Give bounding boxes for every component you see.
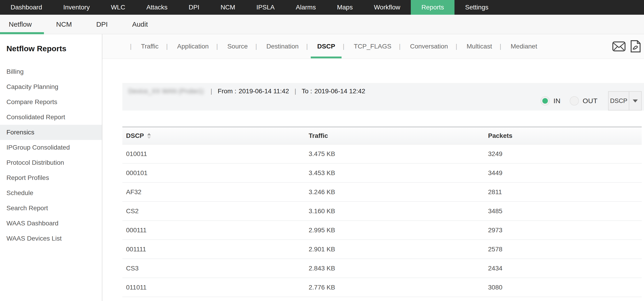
top-nav-item[interactable]: Reports: [411, 0, 454, 15]
cell-traffic: 2.995 KB: [309, 227, 488, 234]
filter-strip: Device_XX WAN (Probe1) | From : 2019-06-…: [122, 83, 644, 110]
module-tab[interactable]: NCM: [56, 15, 72, 34]
sort-asc-arrow: [147, 133, 151, 135]
table-row: 000111 2.995 KB 2973: [122, 221, 642, 240]
top-nav-item[interactable]: WLC: [100, 0, 136, 15]
report-tab[interactable]: Source: [208, 43, 248, 50]
cell-traffic: 3.246 KB: [309, 188, 488, 196]
from-label: From :: [218, 87, 236, 95]
report-tab[interactable]: DSCP: [298, 43, 335, 50]
sidebar-item[interactable]: Capacity Planning: [0, 79, 102, 94]
report-tab-label: Multicast: [467, 43, 492, 50]
radio-dot: [542, 98, 548, 104]
sidebar-items: Billing Capacity Planning Compare Report…: [0, 64, 102, 246]
dscp-table: DSCP Traffic Packets 010011 3.475: [122, 127, 642, 297]
table-row: 001111 2.901 KB 2578: [122, 240, 642, 259]
report-tab-label: TCP_FLAGS: [354, 43, 391, 50]
chevron-down-icon: [633, 99, 638, 102]
top-nav-item[interactable]: Inventory: [53, 0, 100, 15]
sidebar-item[interactable]: WAAS Dashboard: [0, 216, 102, 231]
sidebar-item[interactable]: Forensics: [0, 125, 102, 140]
sidebar-item[interactable]: Report Profiles: [0, 170, 102, 185]
report-type-dropdown[interactable]: DSCP: [608, 91, 642, 110]
sidebar-item[interactable]: Compare Reports: [0, 94, 102, 110]
cell-dscp: 000111: [122, 227, 309, 234]
dropdown-arrow-box: [629, 92, 641, 110]
to-datetime-value: 2019-06-14 12:42: [314, 87, 365, 95]
sort-desc-arrow: [147, 136, 151, 139]
direction-radio[interactable]: IN: [540, 96, 570, 105]
separator: |: [210, 87, 212, 95]
pdf-file-icon: [630, 40, 641, 53]
module-tab[interactable]: DPI: [96, 15, 108, 34]
top-nav-item[interactable]: Dashboard: [0, 0, 53, 15]
cell-packets: 2811: [488, 188, 642, 196]
report-tab[interactable]: Medianet: [492, 43, 537, 50]
report-tab-label: Destination: [266, 43, 298, 50]
sidebar-item[interactable]: Consolidated Report: [0, 110, 102, 125]
direction-radio[interactable]: OUT: [570, 96, 607, 105]
top-nav-item[interactable]: DPI: [178, 0, 210, 15]
report-tabs-strip: Traffic Application Source Destination: [102, 34, 644, 59]
from-datetime-value: 2019-06-14 11:42: [238, 87, 289, 95]
top-nav: Dashboard Inventory WLC Attacks DPI NCM …: [0, 0, 644, 15]
report-tabs: Traffic Application Source Destination: [122, 43, 537, 50]
table-row: CS3 2.843 KB 2434: [122, 259, 642, 278]
direction-radio-group: IN OUT: [540, 96, 607, 105]
report-tab[interactable]: Traffic: [122, 43, 158, 50]
separator: |: [294, 87, 296, 95]
module-tab-bar: Netflow NCM DPI Audit: [0, 15, 644, 34]
table-body: 010011 3.475 KB 3249 000101 3.453 KB 344…: [122, 145, 642, 297]
top-nav-item[interactable]: Attacks: [136, 0, 178, 15]
envelope-icon: [612, 41, 626, 51]
cell-packets: 2973: [488, 227, 642, 234]
sidebar-item[interactable]: Search Report: [0, 201, 102, 216]
cell-traffic: 3.453 KB: [309, 169, 488, 177]
top-nav-item[interactable]: Maps: [326, 0, 363, 15]
report-tab-label: Application: [177, 43, 208, 50]
report-tab[interactable]: Conversation: [392, 43, 448, 50]
table-header-row: DSCP Traffic Packets: [122, 127, 642, 145]
cell-traffic: 2.843 KB: [309, 265, 488, 272]
sidebar-item[interactable]: Billing: [0, 64, 102, 79]
top-nav-item[interactable]: IPSLA: [246, 0, 285, 15]
report-tab-label: Conversation: [410, 43, 448, 50]
module-tab[interactable]: Audit: [132, 15, 148, 34]
table-row: AF32 3.246 KB 2811: [122, 183, 642, 202]
to-label: To :: [302, 87, 312, 95]
radio-label: OUT: [582, 97, 598, 105]
report-tab[interactable]: Multicast: [448, 43, 492, 50]
device-name-blurred: Device_XX WAN (Probe1): [128, 87, 204, 95]
report-tab-label: Source: [227, 43, 248, 50]
table-row: 000101 3.453 KB 3449: [122, 164, 642, 183]
cell-packets: 3485: [488, 208, 642, 215]
top-nav-item[interactable]: Workflow: [364, 0, 411, 15]
email-report-button[interactable]: [612, 41, 626, 51]
report-tab[interactable]: Application: [158, 43, 208, 50]
cell-dscp: 011011: [122, 284, 309, 291]
top-nav-item[interactable]: Settings: [454, 0, 499, 15]
report-tab[interactable]: Destination: [248, 43, 298, 50]
sidebar-item[interactable]: IPGroup Consolidated: [0, 140, 102, 155]
sidebar-item[interactable]: Protocol Distribution: [0, 155, 102, 170]
module-tab[interactable]: Netflow: [9, 15, 32, 34]
sidebar-item[interactable]: WAAS Devices List: [0, 231, 102, 246]
cell-dscp: CS2: [122, 208, 309, 215]
cell-packets: 2434: [488, 265, 642, 272]
sidebar-item[interactable]: Schedule: [0, 185, 102, 201]
table-row: 011011 2.776 KB 3080: [122, 278, 642, 297]
cell-traffic: 3.475 KB: [309, 150, 488, 158]
top-nav-item[interactable]: Alarms: [285, 0, 326, 15]
export-pdf-button[interactable]: [630, 40, 641, 53]
filter-info: Device_XX WAN (Probe1) | From : 2019-06-…: [122, 83, 365, 95]
main-content: Traffic Application Source Destination: [102, 34, 644, 301]
column-header-traffic[interactable]: Traffic: [309, 132, 488, 139]
column-header-packets[interactable]: Packets: [488, 132, 642, 139]
cell-traffic: 2.901 KB: [309, 246, 488, 253]
column-header-dscp[interactable]: DSCP: [122, 132, 309, 139]
report-tab[interactable]: TCP_FLAGS: [335, 43, 391, 50]
top-nav-item[interactable]: NCM: [210, 0, 246, 15]
cell-packets: 3449: [488, 169, 642, 177]
report-tab-label: Medianet: [510, 43, 537, 50]
cell-dscp: 000101: [122, 169, 309, 177]
